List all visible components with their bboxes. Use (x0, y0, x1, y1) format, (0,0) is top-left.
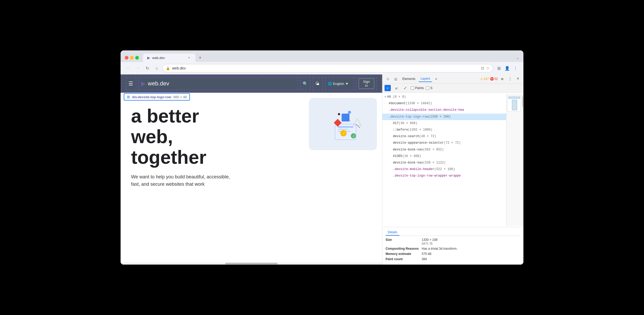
element-icon: ⊞ (127, 95, 130, 99)
svg-text:✓: ✓ (352, 134, 355, 138)
scale-layer-button[interactable]: ⤢ (402, 85, 409, 91)
svg-rect-1 (338, 126, 353, 128)
move-layer-button[interactable]: ✛ (385, 85, 391, 91)
search-icon[interactable]: 🔍 (303, 81, 308, 86)
size-value: 1330 × 108 (at 0, 0) (422, 238, 437, 245)
maximize-window-button[interactable] (135, 56, 139, 60)
paints-toggle[interactable]: Paints (411, 86, 424, 90)
layer-item-17[interactable]: #17(30 × 808) (382, 120, 506, 127)
tree-scrollbar[interactable] (522, 94, 523, 226)
warnings-errors: ⚠ 147 ⛔ 52 (480, 77, 498, 81)
layer-item-logo-row[interactable]: .devsite-top-logo-row(1330 × 108) (382, 114, 506, 120)
device-toggle-button[interactable]: ◱ (392, 75, 399, 82)
header-search-col: 🔍 (300, 77, 310, 90)
forward-button[interactable]: → (134, 65, 142, 72)
language-selector[interactable]: 🌐 English ▼ (328, 82, 349, 86)
header-theme-col: 🌤 (313, 77, 323, 90)
layer-item-root[interactable]: ▼ #6 (0 × 0) (382, 94, 506, 100)
layer-item-document[interactable]: #document(1330 × 14842) (382, 100, 506, 107)
rotate-layer-button[interactable]: ↺ (393, 85, 400, 91)
header-signin-col: Sign in (356, 77, 377, 90)
compositing-label: Compositing Reasons (386, 247, 420, 250)
cast-icon[interactable]: ⊡ (481, 66, 484, 70)
back-button[interactable]: ← (125, 65, 132, 72)
layer-item-wrapper[interactable]: .devsite-top-logo-row-wrapper-wrappe (382, 173, 506, 179)
layer-name-selected: .devsite-top-logo-row(1330 × 108) (389, 114, 451, 119)
elements-tab[interactable]: Elements (400, 76, 417, 82)
home-button[interactable]: ⌂ (153, 65, 160, 72)
headline-line3: together (131, 147, 372, 168)
browser-menu-button[interactable]: ⋮ (512, 65, 519, 72)
error-number: 52 (494, 77, 498, 81)
s-toggle[interactable]: S (426, 86, 432, 90)
minimize-window-button[interactable] (130, 56, 134, 60)
element-class-name: div.devsite-top-logo-row (132, 95, 171, 99)
viewport-scrollbar[interactable] (121, 262, 382, 265)
page-subtext: We want to help you build beautiful, acc… (131, 173, 230, 188)
nav-actions: ⊞ 👤 ⋮ (495, 65, 519, 72)
layers-tab[interactable]: Layers (419, 76, 432, 82)
header-lang-col: 🌐 English ▼ (325, 77, 354, 90)
layer-item-booknav2[interactable]: devsite-book-nav(538 × 1122) (382, 160, 506, 166)
warning-count[interactable]: ⚠ 147 (480, 77, 489, 81)
layer-item-mobile-header[interactable]: .devsite-mobile-header(522 × 108) (382, 166, 506, 173)
tree-scroll-thumb[interactable] (522, 96, 523, 107)
cursor-icon: ⊹ (386, 77, 389, 81)
devtools-close-button[interactable]: × (515, 75, 521, 82)
svg-rect-2 (338, 129, 348, 130)
bookmark-icon[interactable]: ☆ (486, 66, 490, 70)
viewport-scroll-thumb[interactable] (225, 263, 278, 264)
layer-item-appearance[interactable]: devsite-appearance-selector(72 × 72) (382, 140, 506, 146)
settings-icon: ⚙ (501, 77, 503, 81)
extensions-button[interactable]: ⊞ (495, 65, 502, 72)
tab-favicon-icon: ▶ (147, 56, 150, 60)
paint-count-label: Paint count (386, 257, 420, 261)
nav-bar: ← → ↻ ⌂ 🔒 web.dev ⊡ ☆ ⊞ 👤 ⋮ (121, 62, 523, 74)
sign-in-button[interactable]: Sign in (359, 78, 374, 89)
rotate-icon: ↺ (395, 86, 397, 90)
devtools-toolbar: ⊹ ◱ Elements Layers » ⚠ 147 ⛔ 52 (382, 74, 523, 84)
details-panel: Details Size 1330 × 108 (at 0, 0) Compos… (382, 227, 523, 265)
s-checkbox[interactable] (426, 86, 429, 90)
layer-name: #1365(16 × 808) (393, 154, 421, 159)
address-actions: ⊡ ☆ (481, 66, 490, 70)
layers-tree: ▼ #6 (0 × 0) #document(1330 × 14842) .de… (382, 93, 523, 227)
expand-tabs-button[interactable]: ⌄ (516, 56, 519, 60)
tree-content: ▼ #6 (0 × 0) #document(1330 × 14842) .de… (382, 94, 506, 226)
svg-point-10 (338, 113, 340, 115)
page-body: a better web, together We want to help y… (121, 93, 382, 193)
scale-icon: ⤢ (404, 86, 407, 90)
browser-tab[interactable]: ▶ web.dev × (143, 54, 195, 62)
layer-name: #document(1330 × 14842) (389, 101, 432, 106)
profile-button[interactable]: 👤 (504, 65, 511, 72)
layer-item-1365[interactable]: #1365(16 × 808) (382, 153, 506, 160)
layer-item-collapsible[interactable]: .devsite-collapsible-section.devsite-hea (382, 107, 506, 113)
layer-name: ::before(1392 × 1000) (393, 127, 432, 132)
warning-icon: ⚠ (480, 77, 483, 81)
address-bar[interactable]: 🔒 web.dev ⊡ ☆ (162, 64, 493, 72)
language-label: English (333, 82, 344, 86)
more-tabs-button[interactable]: » (433, 76, 439, 82)
header-columns: ☰ ▶ web.dev 🔍 🌤 (126, 77, 377, 90)
paint-count-row: Paint count 384 (386, 257, 520, 261)
inspect-element-button[interactable]: ⊹ (385, 75, 391, 82)
hero-svg: ✓ ✓ (319, 103, 366, 145)
devtools-settings-button[interactable]: ⚙ (499, 75, 506, 82)
svg-point-11 (348, 111, 351, 114)
devtools-menu-button[interactable]: ⋮ (507, 75, 513, 82)
theme-icon[interactable]: 🌤 (315, 81, 319, 86)
error-count[interactable]: ⛔ 52 (490, 77, 498, 81)
tab-close-button[interactable]: × (187, 56, 191, 60)
main-content: ☰ ▶ web.dev 🔍 🌤 (121, 74, 523, 265)
details-tab[interactable]: Details (386, 229, 399, 236)
new-tab-button[interactable]: + (196, 54, 204, 61)
hamburger-icon: ☰ (128, 80, 133, 87)
layer-item-booknav1[interactable]: devsite-book-nav(582 × 852) (382, 147, 506, 153)
paints-checkbox[interactable] (411, 86, 414, 90)
layer-item-search[interactable]: devsite-search(48 × 72) (382, 133, 506, 140)
layer-item-before[interactable]: ::before(1392 × 1000) (382, 127, 506, 133)
paint-count-value: 384 (422, 257, 427, 261)
reload-button[interactable]: ↻ (144, 65, 151, 72)
close-window-button[interactable] (125, 56, 128, 60)
hero-image: ✓ ✓ (309, 98, 377, 150)
